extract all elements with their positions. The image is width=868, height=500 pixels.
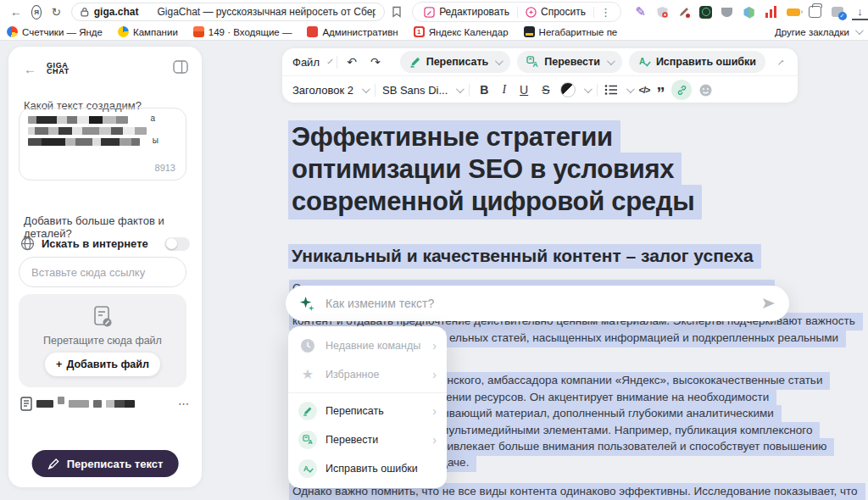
bookmark-calendar[interactable]: Яндекс Календар [414,26,509,37]
code-button[interactable]: </> [639,85,650,95]
doc-heading1-line[interactable]: современной цифровой среды [288,186,702,217]
doc-paragraph-line[interactable]: ывающий материал, дополненный глубокими … [437,407,782,419]
submenu-arrow-icon: › [432,433,437,447]
extension-chart-icon[interactable] [764,6,778,18]
undo-button[interactable]: ↶ [343,55,360,69]
menu-item-favorites[interactable]: ★ Избранное › [288,360,447,389]
menu-item-fix-errors[interactable]: A Исправить ошибки [288,454,447,483]
doc-heading1-line[interactable]: Эффективные стратегии [288,122,620,153]
doc-paragraph-line[interactable]: оивлекает больше внимания пользователей … [437,440,834,453]
edit-page-button[interactable]: Редактировать [416,3,517,21]
bookmark-flag-icon[interactable] [392,6,402,18]
doc-paragraph-line[interactable]: мультимедийными элементами. Например, пу… [437,424,820,436]
font-select[interactable]: SB Sans Di... [382,84,448,97]
bookmark-metrica[interactable]: Счетчики — Янде [7,26,103,37]
doc-heading1-line[interactable]: оптимизации SEO в условиях [288,154,682,185]
redacted-text-row [28,116,128,124]
menu-item-recent[interactable]: Недавние команды › [288,331,447,360]
extension-sync-icon[interactable] [830,5,844,19]
downloads-icon[interactable]: ↓ [852,4,868,20]
svg-text:A: A [639,57,646,66]
bookmark-campaigns[interactable]: Кампании [118,26,178,37]
sidebar: ← GIGA CHAT Какой текст создадим? а ы 89… [8,47,202,487]
extension-battery-icon[interactable] [786,5,800,19]
editor-toolbar: Файл ↶ ↷ Переписать A Перевести A Исправ… [282,48,798,103]
italic-button[interactable]: I [498,83,509,97]
extension-pen-icon[interactable]: ✎ [633,5,648,19]
chevron-down-icon [626,85,635,93]
highlight-color-button[interactable] [560,82,576,97]
back-icon[interactable]: ← [5,6,27,18]
menu-item-rewrite[interactable]: Переписать › [288,397,447,425]
mail-favicon [193,26,204,37]
list-button[interactable] [604,84,618,96]
extension-cube-icon[interactable] [742,5,756,19]
command-input[interactable] [324,296,760,311]
submenu-arrow-icon: › [432,404,437,418]
more-options-icon[interactable]: ⋮ [594,6,617,19]
document-upload-icon [92,305,114,329]
sparkle-icon [299,296,315,312]
attached-file-item[interactable]: ⋯ [20,397,190,411]
redo-button[interactable]: ↷ [367,55,384,69]
redacted-text-row [28,127,147,135]
collapse-toolbar-icon[interactable] [778,60,783,65]
svg-text:A: A [303,464,309,473]
extension-ghost-icon[interactable] [699,6,712,19]
translate-icon: A [526,56,539,68]
doc-heading2[interactable]: Уникальный и качественный контент – зало… [288,246,761,266]
extension-tabs-icon[interactable] [808,5,822,19]
sidebar-back-icon[interactable]: ← [24,62,36,76]
dark-favicon [524,26,535,37]
pen-icon [409,56,421,68]
rewrite-text-button[interactable]: Переписать текст [32,450,179,477]
doc-paragraph-line[interactable]: ельных статей, насыщенных информацией и … [446,331,846,344]
prompt-textarea[interactable]: а ы 8913 [19,108,186,181]
link-button[interactable] [671,80,692,100]
send-icon[interactable] [760,296,777,311]
underline-button[interactable]: U [516,83,531,97]
command-dropdown-menu: Недавние команды › ★ Избранное › Перепис… [288,326,447,488]
fix-errors-action-button[interactable]: A Исправить ошибки [629,51,765,73]
gigachat-logo: GIGA CHAT [47,63,70,75]
web-search-toggle[interactable] [164,237,190,251]
extension-shield-icon[interactable] [655,5,670,19]
file-menu[interactable]: Файл [292,56,320,69]
spellcheck-icon: A [298,459,317,478]
extension-gray-shield-icon[interactable] [720,5,734,19]
other-bookmarks-button[interactable]: Другие закладки [775,27,861,37]
star-icon: ★ [298,368,317,381]
admin-favicon [307,26,318,37]
link-icon [676,85,687,96]
emoji-button[interactable] [698,83,713,97]
translate-action-button[interactable]: A Перевести [517,51,622,73]
svg-text:A: A [308,438,312,445]
metrica-favicon [7,26,18,37]
strikethrough-button[interactable]: S [538,83,553,97]
extension-pencil-icon[interactable] [677,5,692,19]
quote-button[interactable]: ” [656,89,665,97]
globe-icon [20,236,35,251]
link-input[interactable] [19,257,186,287]
add-file-button[interactable]: + Добавить файл [45,353,160,376]
redacted-text-row [28,138,140,146]
menu-item-translate[interactable]: A Перевести › [288,425,447,454]
bookmark-oversized[interactable]: Негабаритные пе [524,26,618,37]
bookmark-admin[interactable]: Административн [307,26,398,37]
redacted-file-name [36,400,53,408]
bold-button[interactable]: B [476,83,492,97]
address-bar[interactable]: giga.chat GigaChat — русскоязычная нейро… [71,3,385,21]
bookmark-inbox[interactable]: 149 · Входящие — [193,26,292,37]
panel-toggle-icon[interactable] [173,60,188,77]
doc-paragraph-line[interactable]: инского, амбассадора компании «Яндекс», … [437,374,830,386]
rewrite-action-button[interactable]: Переписать [400,51,511,73]
direct-favicon [118,26,129,37]
browser-profile-icon[interactable]: Я [31,5,42,19]
file-dropzone[interactable]: Перетащите сюда файл + Добавить файл [19,294,186,387]
doc-paragraph-line[interactable]: кении ресурсов. Он акцентирует внимание … [437,391,776,403]
url-text: giga.chat [94,6,139,18]
file-menu-icon[interactable]: ⋯ [178,397,190,410]
paragraph-style-select[interactable]: Заголовок 2 [292,84,353,97]
ask-button[interactable]: Спросить [518,3,593,21]
reload-icon[interactable]: ↻ [46,6,66,18]
